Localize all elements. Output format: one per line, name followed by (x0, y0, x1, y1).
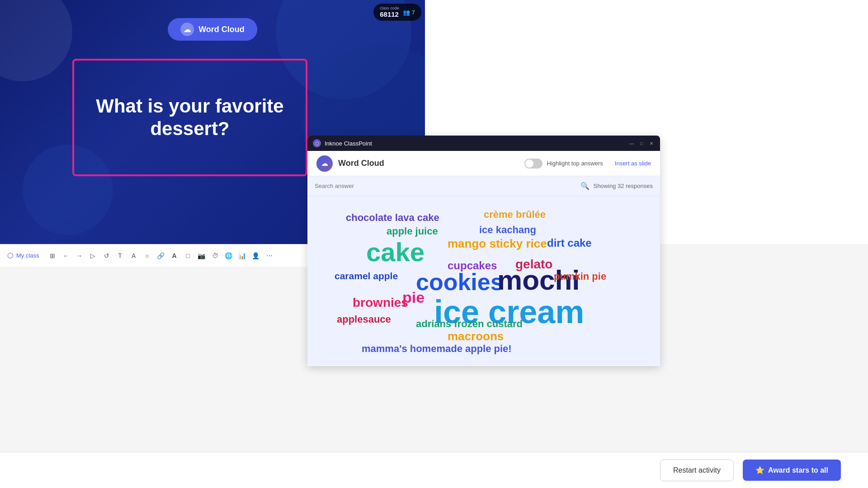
participants-number: 7 (412, 9, 415, 16)
question-text: What is your favorite dessert? (74, 86, 306, 150)
insert-slide-button[interactable]: Insert as slide (615, 160, 651, 167)
window-header: ☁ Word Cloud Highlight top answers Inser… (307, 151, 660, 176)
toolbar-chart-icon[interactable]: 📊 (236, 250, 248, 262)
word-cloud-word: mango sticky rice (448, 237, 547, 251)
toolbar-loop-icon[interactable]: ↺ (101, 250, 113, 262)
toolbar-back-icon[interactable]: ← (60, 250, 72, 262)
word-cloud-word: macroons (448, 329, 504, 343)
word-cloud-word: caramel apple (335, 271, 398, 282)
word-cloud-header-icon: ☁ (316, 155, 333, 172)
search-input[interactable] (315, 183, 577, 189)
window-controls: — □ ✕ (628, 140, 655, 146)
toolbar-link-icon[interactable]: 🔗 (155, 250, 167, 262)
word-cloud-word: pumkin pie (554, 271, 606, 282)
search-icon[interactable]: 🔍 (580, 182, 590, 190)
toolbar-forward-icon[interactable]: → (74, 250, 85, 262)
toolbar-area: ⬡ My class ⊞ ← → ▷ ↺ T A ○ 🔗 A □ 📷 ⏱ 🌐 📊… (0, 244, 307, 267)
class-code-label: class code (380, 6, 399, 10)
word-cloud-word: crème brûlée (484, 209, 546, 221)
question-box: What is your favorite dessert? (72, 59, 307, 176)
toolbar-camera-icon[interactable]: 📷 (196, 250, 208, 262)
restart-activity-button[interactable]: Restart activity (660, 460, 734, 481)
word-cloud-word: brownies (353, 296, 408, 310)
toolbar-person-icon[interactable]: 👤 (250, 250, 262, 262)
word-cloud-icon: ☁ (180, 23, 194, 36)
word-cloud-word: applesauce (337, 314, 391, 325)
word-cloud-word: apple juice (387, 225, 438, 237)
window-titlebar: ⬡ Inknoe ClassPoint — □ ✕ (307, 136, 660, 151)
toolbar-square-icon[interactable]: □ (182, 250, 194, 262)
minimize-button[interactable]: — (628, 140, 635, 146)
class-code-number: 68112 (380, 10, 399, 18)
word-cloud-word: chocolate lava cake (346, 212, 439, 224)
search-bar: 🔍 Showing 32 responses (307, 176, 660, 196)
maximize-button[interactable]: □ (638, 140, 645, 146)
word-cloud-area: chocolate lava cakecrème brûléeapple jui… (307, 196, 660, 366)
action-bar: Restart activity ⭐ Award stars to all (0, 452, 868, 488)
toolbar-timer-icon[interactable]: ⏱ (209, 250, 221, 262)
award-stars-button[interactable]: ⭐ Award stars to all (743, 460, 841, 481)
star-icon: ⭐ (755, 466, 764, 474)
class-code-badge: class code 68112 👥 7 (373, 4, 421, 21)
participants-icon: 👥 (403, 9, 410, 16)
toolbar-globe-icon[interactable]: 🌐 (223, 250, 235, 262)
responses-count: Showing 32 responses (593, 183, 653, 189)
highlight-toggle[interactable] (524, 159, 542, 169)
toolbar-a-icon[interactable]: A (169, 250, 180, 262)
word-cloud-header-title: Word Cloud (338, 159, 384, 168)
word-cloud-word: ice kachang (479, 224, 536, 236)
word-cloud-badge-label: Word Cloud (198, 25, 245, 34)
word-cloud-word: dirt cake (547, 237, 592, 249)
toolbar-grid-icon[interactable]: ⊞ (47, 250, 58, 262)
highlight-toggle-area: Highlight top answers Insert as slide (524, 159, 651, 169)
classpoint-logo: ⬡ (313, 139, 321, 147)
word-cloud-word: adrians frozen custard (416, 318, 523, 330)
word-cloud-word: cake (366, 237, 425, 267)
my-class-text: My class (16, 252, 39, 259)
classpoint-window: ⬡ Inknoe ClassPoint — □ ✕ ☁ Word Cloud H… (307, 136, 660, 366)
toolbar-text-icon[interactable]: T (114, 250, 126, 262)
my-class-label: ⬡ My class (7, 251, 39, 260)
participants-count: 👥 7 (403, 9, 415, 16)
close-button[interactable]: ✕ (648, 140, 655, 146)
toolbar-highlight-icon[interactable]: A (128, 250, 140, 262)
word-cloud-word: mamma's homemade apple pie! (362, 343, 512, 355)
word-cloud-word: cookies (416, 268, 504, 296)
window-title: Inknoe ClassPoint (325, 140, 372, 147)
award-stars-label: Award stars to all (768, 466, 828, 474)
toolbar-more-icon[interactable]: ⋯ (264, 250, 275, 262)
word-cloud-badge: ☁ Word Cloud (168, 18, 257, 41)
toolbar-circle-icon[interactable]: ○ (142, 250, 153, 262)
deco-circle-1 (0, 0, 72, 81)
toolbar-play-icon[interactable]: ▷ (87, 250, 99, 262)
my-class-icon: ⬡ (7, 251, 14, 260)
highlight-label: Highlight top answers (547, 160, 603, 167)
